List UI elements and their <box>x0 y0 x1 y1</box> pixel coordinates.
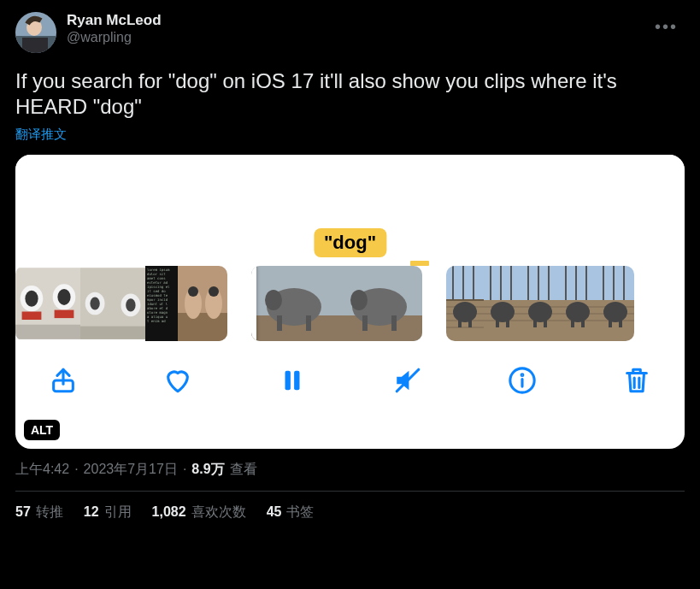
svg-point-61 <box>491 302 515 322</box>
views-label: 查看 <box>230 461 257 479</box>
svg-rect-21 <box>113 327 145 339</box>
separator: · <box>183 462 186 477</box>
svg-point-31 <box>265 290 282 310</box>
svg-rect-74 <box>544 315 547 327</box>
stats-row: 57转推 12引用 1,082喜欢次数 45书签 <box>15 504 685 521</box>
search-tag: "dog" <box>314 228 386 257</box>
svg-rect-3 <box>22 38 48 53</box>
svg-rect-12 <box>55 310 74 319</box>
thumbnail-frame <box>178 266 227 341</box>
thumbnail-frame <box>113 266 145 341</box>
svg-rect-8 <box>15 325 48 339</box>
timeline[interactable]: lorem ipsumdolor sitamet consectetur adi… <box>15 266 685 341</box>
divider <box>15 491 685 492</box>
clip-group-1[interactable]: lorem ipsumdolor sitamet consectetur adi… <box>15 266 227 341</box>
clip-group-2[interactable] <box>251 266 422 341</box>
thumbnail-frame: lorem ipsumdolor sitamet consectetur adi… <box>145 266 178 341</box>
quotes-count: 12 <box>84 504 99 519</box>
trash-icon[interactable] <box>618 362 656 399</box>
clip-group-3[interactable] <box>446 266 634 341</box>
tweet-date[interactable]: 2023年7月17日 <box>84 461 178 479</box>
likes-count: 1,082 <box>152 504 186 519</box>
retweets-count: 57 <box>15 504 31 519</box>
svg-rect-52 <box>468 315 472 327</box>
separator: · <box>74 462 78 477</box>
svg-rect-38 <box>362 315 368 331</box>
svg-rect-33 <box>306 315 311 331</box>
svg-rect-51 <box>458 315 462 327</box>
thumbnail-frame <box>521 266 559 341</box>
svg-rect-32 <box>277 315 282 331</box>
meta-line: 上午4:42 · 2023年7月17日 · 8.9万 查看 <box>15 461 685 479</box>
svg-rect-75 <box>559 266 597 300</box>
avatar[interactable] <box>15 12 56 53</box>
tweet-text: If you search for "dog" on iOS 17 it'll … <box>15 68 685 120</box>
svg-point-20 <box>126 298 135 311</box>
tweet: Ryan McLeod @warpling ••• If you search … <box>0 0 700 521</box>
svg-rect-39 <box>391 315 397 331</box>
quotes-label: 引用 <box>104 504 132 519</box>
svg-rect-99 <box>295 371 300 391</box>
svg-point-27 <box>209 286 219 297</box>
svg-point-50 <box>453 302 477 322</box>
pause-icon[interactable] <box>274 362 311 399</box>
thumbnail-frame <box>597 266 634 341</box>
tweet-header: Ryan McLeod @warpling ••• <box>15 12 685 53</box>
svg-rect-13 <box>48 325 80 339</box>
heart-icon[interactable] <box>159 362 197 399</box>
views-count: 8.9万 <box>191 461 224 479</box>
svg-point-11 <box>57 289 70 305</box>
more-icon[interactable]: ••• <box>651 14 681 40</box>
likes-stat[interactable]: 1,082喜欢次数 <box>152 504 246 521</box>
thumbnail-frame <box>15 266 48 341</box>
quotes-stat[interactable]: 12引用 <box>84 504 132 521</box>
svg-point-26 <box>188 286 198 297</box>
thumbnail-frame <box>484 266 521 341</box>
display-name[interactable]: Ryan McLeod <box>67 12 162 29</box>
media-top: "dog" <box>15 155 685 266</box>
tweet-time[interactable]: 上午4:42 <box>15 461 69 479</box>
thumbnail-frame <box>559 266 597 341</box>
share-icon[interactable] <box>44 362 82 399</box>
svg-point-6 <box>25 291 38 307</box>
svg-rect-85 <box>581 315 585 327</box>
info-icon[interactable] <box>503 362 541 399</box>
svg-rect-62 <box>496 315 499 327</box>
thumbnail-frame <box>446 266 484 341</box>
thumbnail-frame <box>48 266 80 341</box>
svg-rect-40 <box>446 266 484 300</box>
svg-rect-86 <box>597 266 634 300</box>
svg-point-37 <box>350 290 368 310</box>
mute-icon[interactable] <box>389 362 426 399</box>
bookmarks-count: 45 <box>267 504 282 519</box>
svg-rect-98 <box>285 371 291 391</box>
svg-rect-23 <box>178 313 227 341</box>
media-toolbar <box>15 341 685 420</box>
svg-rect-73 <box>533 315 537 327</box>
svg-point-103 <box>521 374 523 376</box>
svg-rect-63 <box>506 315 509 327</box>
svg-rect-96 <box>619 315 622 327</box>
thumbnail-frame <box>80 266 113 341</box>
bookmarks-stat[interactable]: 45书签 <box>267 504 315 521</box>
retweets-stat[interactable]: 57转推 <box>15 504 63 521</box>
thumbnail-frame <box>251 266 337 341</box>
svg-rect-7 <box>22 312 42 321</box>
svg-rect-64 <box>521 266 559 300</box>
alt-badge[interactable]: ALT <box>24 420 60 440</box>
svg-rect-84 <box>571 315 574 327</box>
playhead[interactable] <box>251 266 256 341</box>
bookmarks-label: 书签 <box>286 504 314 519</box>
svg-rect-95 <box>609 315 612 327</box>
retweets-label: 转推 <box>36 504 63 519</box>
translate-link[interactable]: 翻译推文 <box>15 127 685 143</box>
media-card: "dog" lorem ipsumdolor sitamet co <box>15 155 685 449</box>
thumbnail-frame <box>337 266 422 341</box>
likes-label: 喜欢次数 <box>191 504 246 519</box>
svg-point-83 <box>566 302 590 322</box>
handle[interactable]: @warpling <box>67 29 162 46</box>
svg-point-94 <box>603 302 627 322</box>
svg-rect-17 <box>80 327 113 339</box>
svg-point-16 <box>90 297 99 309</box>
svg-point-72 <box>528 302 552 322</box>
